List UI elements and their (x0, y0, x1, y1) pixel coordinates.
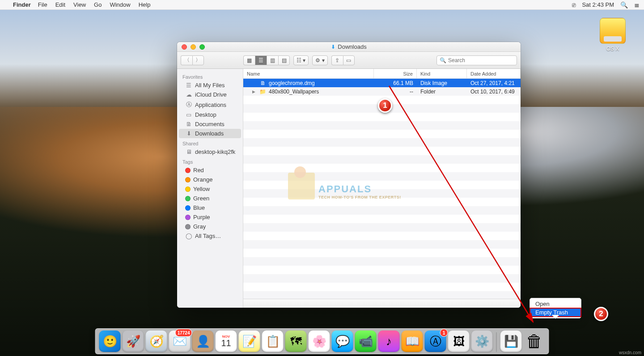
context-open[interactable]: Open (530, 300, 581, 308)
menu-bar: Finder File Edit View Go Window Help ⎚ S… (0, 0, 644, 10)
file-date: Oct 10, 2017, 6:49 (467, 89, 521, 95)
sidebar-tag-gray[interactable]: Gray (179, 222, 241, 231)
menu-go[interactable]: Go (94, 1, 102, 8)
share-button[interactable]: ⇪ (331, 55, 343, 65)
dock-trash-icon[interactable]: 🗑 (524, 331, 545, 352)
dock-system-prefs-icon[interactable]: ⚙️ (471, 331, 493, 352)
column-size[interactable]: Size (374, 69, 417, 78)
finder-status-bar (243, 299, 521, 308)
all-my-files-icon: ☰ (185, 82, 192, 89)
menubar-clock[interactable]: Sat 2:43 PM (582, 1, 614, 8)
dock-appstore-icon[interactable]: Ⓐ 1 (425, 331, 446, 352)
dock-preview-icon[interactable]: 🖼 (448, 331, 470, 352)
sidebar-item-applications[interactable]: ⒶApplications (179, 99, 241, 110)
window-title: Downloads (338, 43, 366, 50)
context-empty-trash[interactable]: Empty Trash (530, 308, 581, 317)
list-header[interactable]: Name Size Kind Date Added (243, 69, 521, 79)
desktop-volume-osx[interactable]: OS X (595, 18, 631, 52)
dock-calendar-icon[interactable]: NOV 11 (216, 331, 237, 352)
tag-dot-green-icon (185, 196, 191, 201)
sidebar-item-documents[interactable]: 🗎Documents (179, 119, 241, 129)
dock-messages-icon[interactable]: 💬 (332, 331, 353, 352)
file-date: Oct 27, 2017, 4:21 (467, 80, 521, 86)
column-name[interactable]: Name (243, 69, 374, 78)
sidebar-item-icloud-drive[interactable]: ☁︎iCloud Drive (179, 90, 241, 99)
all-tags-icon: ◯ (185, 233, 192, 239)
sidebar-tag-yellow[interactable]: Yellow (179, 184, 241, 194)
spotlight-icon[interactable]: 🔍 (620, 1, 628, 8)
downloads-icon: ⬇︎ (185, 130, 192, 137)
column-date[interactable]: Date Added (467, 69, 521, 78)
active-app-name[interactable]: Finder (13, 1, 31, 8)
menu-view[interactable]: View (73, 1, 86, 8)
file-row-googlechrome[interactable]: 🗎 googlechrome.dmg 66.1 MB Disk Image Oc… (243, 79, 521, 87)
dock-facetime-icon[interactable]: 📹 (355, 331, 377, 352)
window-zoom-button[interactable] (199, 44, 205, 50)
file-row-wallpapers[interactable]: ▶ 📁 480x800_Wallpapers -- Folder Oct 10,… (243, 87, 521, 96)
sidebar-head-tags: Tags (177, 157, 243, 165)
dock-photos-icon[interactable]: 🌸 (309, 331, 330, 352)
view-icons-button[interactable]: ▦ (243, 55, 255, 65)
dock-finder-icon[interactable]: 🙂 (99, 331, 121, 352)
disclosure-icon[interactable]: ▶ (252, 89, 257, 94)
dock-notes-icon[interactable]: 📝 (239, 331, 260, 352)
view-gallery-button[interactable]: ▤ (278, 55, 290, 65)
mail-badge: 17724 (175, 329, 192, 337)
sidebar-all-tags[interactable]: ◯All Tags… (179, 231, 241, 241)
sidebar-head-shared: Shared (177, 138, 243, 147)
sidebar-tag-orange[interactable]: Orange (179, 175, 241, 184)
finder-search-input[interactable] (448, 57, 514, 64)
window-close-button[interactable] (182, 44, 187, 50)
sidebar-tag-purple[interactable]: Purple (179, 212, 241, 222)
finder-search-field[interactable]: 🔍 (436, 55, 517, 65)
sidebar-item-downloads[interactable]: ⬇︎Downloads (179, 129, 241, 138)
airplay-icon[interactable]: ⎚ (572, 1, 576, 8)
tag-dot-yellow-icon (185, 186, 191, 192)
tag-dot-red-icon (185, 168, 191, 173)
tag-dot-gray-icon (185, 224, 191, 229)
nav-forward-button[interactable]: 〉 (192, 55, 204, 65)
window-titlebar[interactable]: ⬇︎ Downloads (177, 42, 521, 52)
sidebar-tag-green[interactable]: Green (179, 194, 241, 203)
appstore-badge: 1 (440, 329, 448, 337)
desktop-volume-label: OS X (595, 46, 631, 52)
annotation-step-1: 1 (378, 98, 392, 113)
menu-edit[interactable]: Edit (55, 1, 65, 8)
dock-maps-icon[interactable]: 🗺 (285, 331, 307, 352)
dock-downloads-stack-icon[interactable]: 💾 (500, 331, 522, 352)
view-list-button[interactable]: ☰ (255, 55, 267, 65)
menu-window[interactable]: Window (110, 1, 130, 8)
desktop-icon: ▭ (185, 111, 192, 118)
dock-itunes-icon[interactable]: ♪ (378, 331, 400, 352)
tag-dot-orange-icon (185, 177, 191, 182)
finder-toolbar: 〈 〉 ▦ ☰ ▥ ▤ ☷ ▾ ⚙ ▾ ⇪ ▭ 🔍 (177, 52, 521, 69)
file-size: 66.1 MB (374, 80, 417, 86)
applications-icon: Ⓐ (185, 101, 192, 109)
arrange-button[interactable]: ☷ ▾ (293, 55, 309, 65)
sidebar-item-desktop[interactable]: ▭Desktop (179, 110, 241, 119)
sidebar-tag-red[interactable]: Red (179, 165, 241, 175)
dock-safari-icon[interactable]: 🧭 (146, 331, 167, 352)
view-columns-button[interactable]: ▥ (267, 55, 278, 65)
action-button[interactable]: ⚙ ▾ (312, 55, 327, 65)
sidebar-item-shared-pc[interactable]: 🖥desktop-kikq2fk (179, 147, 241, 157)
dock-reminders-icon[interactable]: 📋 (262, 331, 284, 352)
notification-center-icon[interactable]: ≣ (634, 1, 640, 8)
sidebar-item-all-my-files[interactable]: ☰All My Files (179, 81, 241, 90)
dock-contacts-icon[interactable]: 👤 (192, 331, 214, 352)
dock-ibooks-icon[interactable]: 📖 (402, 331, 423, 352)
tags-button[interactable]: ▭ (343, 55, 355, 65)
column-kind[interactable]: Kind (417, 69, 467, 78)
dock-mail-icon[interactable]: ✉️ 17724 (169, 331, 191, 352)
nav-back-button[interactable]: 〈 (181, 55, 192, 65)
menu-file[interactable]: File (38, 1, 47, 8)
dock-launchpad-icon[interactable]: 🚀 (123, 331, 144, 352)
tag-dot-purple-icon (185, 215, 191, 220)
dock-separator (496, 332, 497, 352)
cloud-icon: ☁︎ (185, 91, 192, 98)
sidebar-tag-blue[interactable]: Blue (179, 203, 241, 212)
menu-help[interactable]: Help (139, 1, 151, 8)
window-minimize-button[interactable] (191, 44, 196, 50)
dock: 🙂 🚀 🧭 ✉️ 17724 👤 NOV 11 📝 📋 🗺 🌸 💬 📹 ♪ 📖 … (95, 328, 549, 354)
appuals-watermark: APPUALS TECH HOW-TO'S FROM THE EXPERTS! (288, 173, 401, 199)
